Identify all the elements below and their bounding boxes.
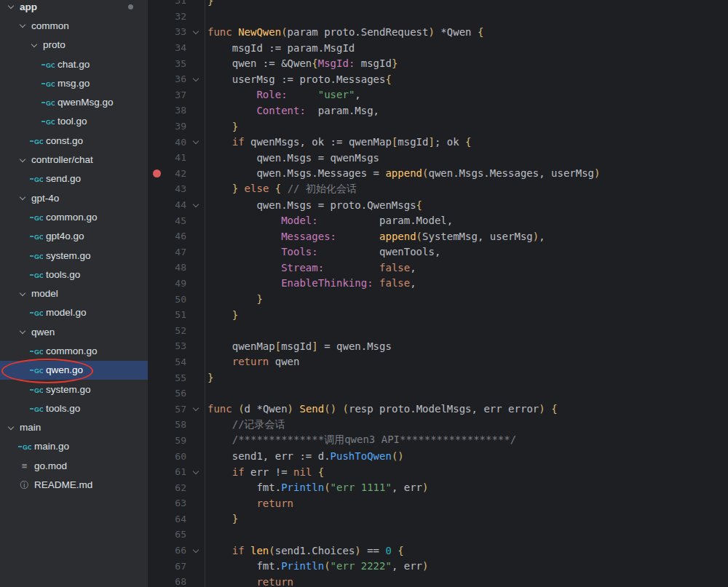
line-number[interactable]: 52 [165,325,186,336]
line-number[interactable]: 46 [165,231,186,241]
code-line-55[interactable]: 55} [149,370,728,386]
line-number[interactable]: 32 [165,11,186,22]
code-line-37[interactable]: 37 Role: "user", [149,87,728,103]
code-text[interactable]: } else { // 初始化会话 [207,183,357,196]
code-text[interactable]: } [207,309,238,321]
tree-folder-controller-chat[interactable]: controller/chat [0,150,148,169]
line-number[interactable]: 59 [165,435,186,446]
breakpoint-gutter[interactable] [149,181,165,197]
line-number[interactable]: 38 [165,105,186,116]
chevron-down-icon[interactable] [17,327,28,338]
code-text[interactable]: Tools: qwenTools, [207,246,440,257]
code-text[interactable]: } [207,513,238,524]
breakpoint-gutter[interactable] [149,103,165,119]
code-line-58[interactable]: 58 //记录会话 [149,417,728,433]
tree-file-msg-go[interactable]: GOmsg.go [0,73,148,92]
code-line-56[interactable]: 56 [149,386,728,402]
line-number[interactable]: 45 [165,215,186,226]
code-text[interactable]: msgId := param.MsgId [207,42,355,54]
chevron-down-icon[interactable] [6,1,17,12]
code-text[interactable]: func (d *Qwen) Send() (resp proto.ModelM… [207,403,558,415]
code-text[interactable]: if len(send1.Choices) == 0 { [207,545,404,556]
fold-chevron-icon[interactable] [192,201,199,209]
code-line-36[interactable]: 36 userMsg := proto.Messages{ [149,71,728,87]
tree-folder-gpt-4o[interactable]: gpt-4o [0,188,148,207]
breakpoint-gutter[interactable] [149,40,165,56]
breakpoint-gutter[interactable] [149,71,165,87]
line-number[interactable]: 67 [165,561,186,572]
tree-file-gpt4o-go[interactable]: GOgpt4o.go [0,227,148,246]
line-number[interactable]: 61 [165,466,186,477]
code-text[interactable]: qwen := &Qwen{MsgId: msgId} [207,57,397,69]
code-text[interactable]: } [207,293,263,305]
breakpoint-gutter[interactable] [149,574,165,587]
tree-file-send-go[interactable]: GOsend.go [0,169,148,188]
breakpoint-gutter[interactable] [149,448,165,464]
line-number[interactable]: 50 [165,294,186,305]
chevron-down-icon[interactable] [17,20,28,31]
breakpoint-gutter[interactable] [149,228,165,244]
code-line-40[interactable]: 40 if qwenMsgs, ok := qwenMap[msgId]; ok… [149,134,728,150]
line-number[interactable]: 64 [165,514,186,524]
code-line-32[interactable]: 32 [149,9,728,25]
tree-file-system-go[interactable]: GOsystem.go [0,380,148,399]
tree-file-qwen-go[interactable]: GOqwen.go [0,361,148,380]
breakpoint-gutter[interactable] [149,150,165,166]
code-line-46[interactable]: 46 Messages: append(SystemMsg, userMsg), [149,228,728,244]
code-text[interactable]: EnableThinking: false, [207,277,416,289]
tree-folder-main[interactable]: main [0,418,148,437]
code-text[interactable]: Messages: append(SystemMsg, userMsg), [207,231,545,242]
chevron-down-icon[interactable] [29,39,40,50]
breakpoint-icon[interactable] [153,169,161,177]
breakpoint-gutter[interactable] [149,322,165,338]
breakpoint-gutter[interactable] [149,511,165,527]
code-line-48[interactable]: 48 Stream: false, [149,260,728,276]
code-text[interactable]: //记录会话 [207,418,285,431]
line-number[interactable]: 39 [165,121,186,132]
line-number[interactable]: 36 [165,73,186,84]
line-number[interactable]: 43 [165,183,186,194]
code-line-62[interactable]: 62 fmt.Println("err 1111", err) [149,479,728,495]
fold-chevron-icon[interactable] [192,138,199,145]
code-text[interactable]: qwenMap[msgId] = qwen.Msgs [207,340,392,352]
line-number[interactable]: 66 [165,545,186,556]
line-number[interactable]: 65 [165,529,186,540]
breakpoint-gutter[interactable] [149,244,165,260]
code-line-63[interactable]: 63 return [149,495,728,511]
line-number[interactable]: 57 [165,404,186,415]
line-number[interactable]: 68 [165,576,186,587]
code-text[interactable]: fmt.Println("err 1111", err) [207,482,429,493]
code-text[interactable]: func NewQwen(param proto.SendRequest) *Q… [207,26,483,38]
breakpoint-gutter[interactable] [149,9,165,25]
code-line-35[interactable]: 35 qwen := &Qwen{MsgId: msgId} [149,55,728,71]
code-line-45[interactable]: 45 Model: param.Model, [149,212,728,228]
tree-file-common-go[interactable]: GOcommon.go [0,341,148,360]
breakpoint-gutter[interactable] [149,197,165,213]
line-number[interactable]: 40 [165,137,186,148]
fold-chevron-icon[interactable] [192,547,199,554]
code-text[interactable]: return qwen [207,356,299,367]
line-number[interactable]: 51 [165,309,186,320]
code-line-54[interactable]: 54 return qwen [149,354,728,370]
breakpoint-gutter[interactable] [149,212,165,228]
code-line-39[interactable]: 39 } [149,119,728,135]
code-line-59[interactable]: 59 /**************调用qwen3 API***********… [149,433,728,449]
breakpoint-gutter[interactable] [149,134,165,150]
line-number[interactable]: 62 [165,482,186,493]
tree-file-readme-md[interactable]: ⓘREADME.md [0,475,148,494]
line-number[interactable]: 42 [165,168,186,179]
line-number[interactable]: 48 [165,262,186,273]
tree-file-common-go[interactable]: GOcommon.go [0,207,148,226]
code-text[interactable]: Role: "user", [207,89,361,100]
breakpoint-gutter[interactable] [149,87,165,103]
tree-file-model-go[interactable]: GOmodel.go [0,303,148,322]
line-number[interactable]: 63 [165,498,186,508]
breakpoint-gutter[interactable] [149,338,165,354]
line-number[interactable]: 35 [165,58,186,69]
breakpoint-gutter[interactable] [149,260,165,276]
code-line-60[interactable]: 60 send1, err := d.PushToQwen() [149,448,728,464]
code-text[interactable]: return [207,498,293,509]
line-number[interactable]: 31 [165,0,186,6]
chevron-down-icon[interactable] [17,154,28,165]
breakpoint-gutter[interactable] [149,119,165,135]
